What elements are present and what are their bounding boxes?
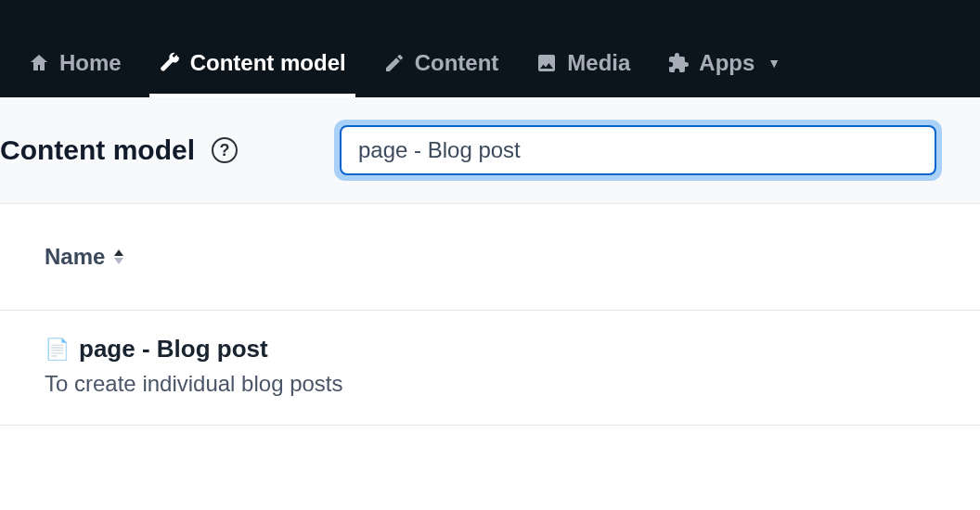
nav-content-model-label: Content model bbox=[190, 50, 346, 76]
nav-media[interactable]: Media bbox=[519, 28, 647, 97]
top-bar-shim bbox=[0, 0, 980, 28]
help-icon[interactable]: ? bbox=[212, 137, 238, 163]
chevron-down-icon: ▼ bbox=[767, 56, 780, 70]
row-description: To create individual blog posts bbox=[45, 371, 935, 397]
nav-home[interactable]: Home bbox=[11, 28, 138, 97]
content-type-row[interactable]: 📄 page - Blog post To create individual … bbox=[0, 311, 980, 426]
row-title: page - Blog post bbox=[79, 335, 268, 363]
table-header: Name bbox=[0, 204, 980, 311]
page-title-wrap: Content model ? bbox=[0, 134, 334, 166]
nav-apps-label: Apps bbox=[699, 50, 754, 76]
home-icon bbox=[28, 52, 50, 74]
nav-apps[interactable]: Apps ▼ bbox=[651, 28, 797, 97]
nav-home-label: Home bbox=[59, 50, 122, 76]
main-nav: Home Content model Content Media Apps ▼ bbox=[0, 28, 980, 97]
search-focus-ring bbox=[334, 120, 942, 181]
wrench-icon bbox=[159, 52, 181, 74]
search-wrap bbox=[334, 120, 980, 181]
search-input[interactable] bbox=[340, 125, 936, 175]
sort-icon bbox=[114, 249, 123, 264]
column-header-name-label: Name bbox=[45, 244, 105, 270]
page-header: Content model ? bbox=[0, 97, 980, 204]
image-icon bbox=[535, 52, 558, 74]
row-title-line: 📄 page - Blog post bbox=[45, 335, 935, 363]
puzzle-icon bbox=[667, 52, 690, 74]
nav-content-model[interactable]: Content model bbox=[142, 28, 363, 97]
nav-media-label: Media bbox=[567, 50, 630, 76]
column-header-name[interactable]: Name bbox=[45, 244, 123, 270]
page-title: Content model bbox=[0, 134, 195, 166]
nav-content-label: Content bbox=[415, 50, 499, 76]
pen-icon bbox=[383, 52, 406, 74]
nav-content[interactable]: Content bbox=[367, 28, 516, 97]
page-icon: 📄 bbox=[45, 339, 70, 360]
